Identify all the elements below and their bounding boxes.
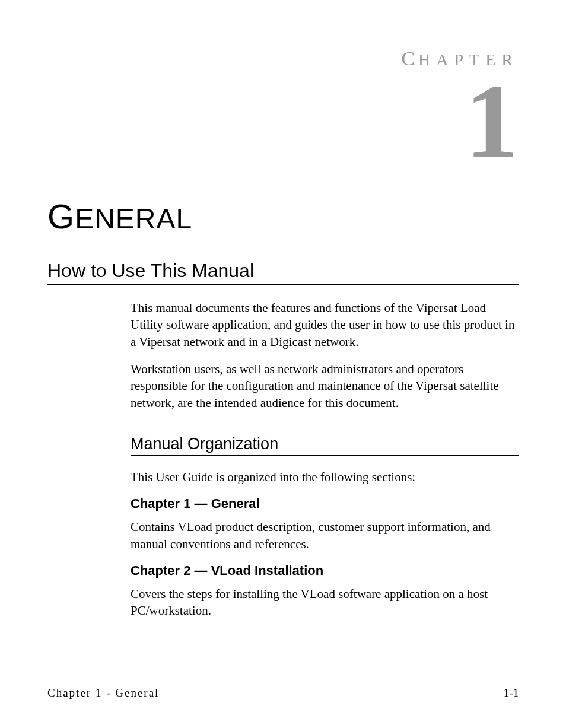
page-footer: Chapter 1 - General 1-1 — [47, 686, 519, 700]
body-paragraph: This User Guide is organized into the fo… — [131, 469, 519, 485]
body-paragraph: Workstation users, as well as network ad… — [131, 361, 519, 411]
chapter-label-first: C — [401, 47, 418, 69]
section-heading-how-to-use: How to Use This Manual — [47, 260, 519, 285]
body-paragraph: Covers the steps for installing the VLoa… — [131, 586, 519, 619]
footer-page-number: 1-1 — [504, 686, 519, 700]
chapter-number: 1 — [47, 76, 519, 167]
chapter-ref-heading: Chapter 2 — VLoad Installation — [131, 563, 519, 578]
chapter-title: GENERAL — [47, 196, 519, 236]
chapter-ref-heading: Chapter 1 — General — [131, 496, 519, 511]
chapter-title-rest: ENERAL — [75, 203, 192, 234]
footer-left: Chapter 1 - General — [47, 686, 159, 700]
chapter-label: CHAPTER — [47, 47, 519, 70]
chapter-title-first: G — [47, 197, 75, 236]
body-paragraph: This manual documents the features and f… — [131, 300, 519, 350]
body-paragraph: Contains VLoad product description, cust… — [131, 519, 519, 552]
subsection-heading-manual-org: Manual Organization — [131, 435, 519, 456]
